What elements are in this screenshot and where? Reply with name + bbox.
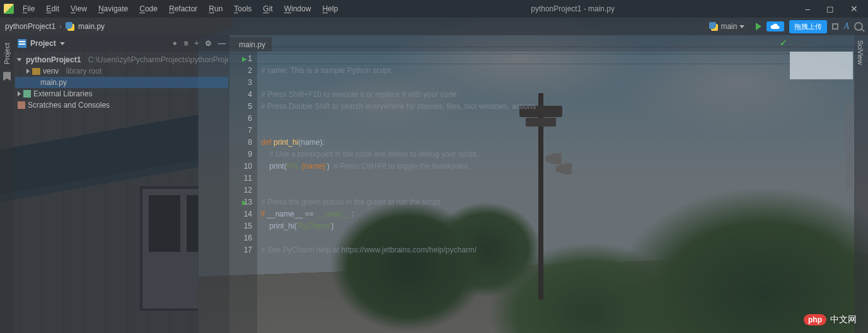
svg-rect-1 bbox=[19, 41, 25, 42]
cloud-sync-button[interactable] bbox=[767, 21, 784, 31]
svg-rect-2 bbox=[19, 43, 25, 45]
menu-edit[interactable]: Edit bbox=[43, 3, 62, 15]
collapse-all-icon[interactable]: ÷ bbox=[194, 39, 199, 48]
code-tok: {name} bbox=[301, 162, 325, 171]
navigation-bar: pythonProject1 › main.py main 拖拽上传 A bbox=[0, 18, 868, 35]
breadcrumb-file[interactable]: main.py bbox=[78, 22, 105, 31]
gutter-line-number[interactable]: 6 bbox=[229, 113, 252, 125]
tree-root-name: pythonProject1 bbox=[26, 55, 81, 64]
chevron-down-icon[interactable] bbox=[60, 42, 65, 45]
project-tool-tab[interactable]: Project bbox=[3, 40, 11, 67]
code-line: # Use a breakpoint in the code line belo… bbox=[261, 150, 478, 159]
gutter-line-number[interactable]: 15 bbox=[229, 220, 252, 232]
expand-arrow-icon[interactable] bbox=[26, 69, 30, 74]
menu-code[interactable]: Code bbox=[137, 3, 160, 15]
menu-help[interactable]: Help bbox=[320, 3, 340, 15]
tree-venv-name: venv bbox=[43, 67, 59, 76]
sciview-tool-tab[interactable]: SciView bbox=[854, 35, 867, 70]
run-config-selector[interactable]: main bbox=[703, 21, 751, 32]
tree-file-label: main.py bbox=[40, 78, 67, 87]
editor-gutter[interactable]: 1234567891011121314151617 bbox=[229, 52, 257, 333]
code-tok: print_hi bbox=[274, 138, 298, 147]
select-opened-file-icon[interactable]: ⌖ bbox=[173, 39, 177, 48]
code-line: # See PyCharm help at https://www.jetbra… bbox=[261, 246, 477, 254]
project-panel-title[interactable]: Project bbox=[30, 39, 56, 48]
project-tool-window: Project ⌖ ≡ ÷ ⚙ — pythonProject1 C:\User… bbox=[14, 35, 229, 333]
settings-gear-icon[interactable]: ⚙ bbox=[205, 39, 212, 48]
project-view-icon bbox=[18, 39, 26, 48]
tree-venv[interactable]: venv library root bbox=[15, 65, 228, 77]
menu-tools[interactable]: Tools bbox=[231, 3, 254, 15]
run-config-label: main bbox=[720, 22, 737, 31]
menu-git[interactable]: Git bbox=[260, 3, 275, 15]
gutter-line-number[interactable]: 7 bbox=[229, 125, 252, 137]
menu-run[interactable]: Run bbox=[206, 3, 225, 15]
title-bar: FileEditViewNavigateCodeRefactorRunTools… bbox=[0, 0, 868, 18]
menu-navigate[interactable]: Navigate bbox=[96, 3, 130, 15]
upload-button[interactable]: 拖拽上传 bbox=[789, 20, 827, 33]
tree-root-path: C:\Users\zyl\PycharmProjects\pythonProje… bbox=[88, 55, 228, 64]
gutter-line-number[interactable]: 17 bbox=[229, 244, 252, 256]
code-tok: __name__ bbox=[267, 210, 304, 218]
main-menu: FileEditViewNavigateCodeRefactorRunTools… bbox=[20, 3, 340, 15]
gutter-line-number[interactable]: 11 bbox=[229, 172, 252, 184]
code-tok: == bbox=[304, 210, 315, 218]
code-tok: f'Hi, bbox=[287, 162, 302, 171]
tree-external-libs[interactable]: External Libraries bbox=[15, 88, 228, 99]
breadcrumb-project[interactable]: pythonProject1 bbox=[5, 22, 55, 31]
menu-refactor[interactable]: Refactor bbox=[166, 3, 200, 15]
stop-button[interactable] bbox=[832, 23, 838, 30]
gutter-line-number[interactable]: 14 bbox=[229, 208, 252, 220]
tree-scratches-label: Scratches and Consoles bbox=[28, 101, 110, 110]
window-title: pythonProject1 - main.py bbox=[347, 4, 799, 13]
code-tok: print( bbox=[261, 162, 287, 171]
gutter-line-number[interactable]: 9 bbox=[229, 149, 252, 161]
code-area[interactable]: # name: This is a sample Python script. … bbox=[261, 53, 854, 268]
project-panel-tools: ⌖ ≡ ÷ ⚙ — bbox=[173, 39, 226, 48]
gutter-line-number[interactable]: 8 bbox=[229, 137, 252, 149]
watermark: php 中文网 bbox=[804, 314, 857, 325]
code-editor[interactable]: 1234567891011121314151617 ▶ ▶ # name: Th… bbox=[229, 52, 854, 333]
editor-scrollbar[interactable] bbox=[845, 102, 853, 190]
watermark-badge: php bbox=[804, 314, 826, 325]
tree-scratches[interactable]: Scratches and Consoles bbox=[15, 99, 228, 111]
gutter-line-number[interactable]: 13 bbox=[229, 196, 252, 208]
search-everywhere-icon[interactable] bbox=[854, 22, 863, 31]
menu-window[interactable]: Window bbox=[282, 3, 314, 15]
gutter-line-number[interactable]: 5 bbox=[229, 101, 252, 113]
library-icon bbox=[23, 90, 31, 98]
gutter-line-number[interactable]: 12 bbox=[229, 184, 252, 196]
code-tok: ) bbox=[331, 222, 333, 230]
tree-venv-note: library root bbox=[66, 67, 102, 76]
run-line-marker-icon[interactable]: ▶ bbox=[242, 53, 247, 65]
expand-all-icon[interactable]: ≡ bbox=[183, 39, 188, 48]
code-line: # Press Shift+F10 to execute it or repla… bbox=[261, 90, 459, 99]
expand-arrow-icon[interactable] bbox=[18, 91, 21, 96]
code-minimap[interactable] bbox=[790, 52, 853, 79]
hide-panel-icon[interactable]: — bbox=[218, 39, 226, 48]
gutter-line-number[interactable]: 3 bbox=[229, 77, 252, 89]
gutter-line-number[interactable]: 10 bbox=[229, 161, 252, 172]
close-button[interactable]: ✕ bbox=[850, 4, 858, 14]
presentation-assistant-icon[interactable]: A bbox=[843, 21, 849, 31]
run-line-marker-icon[interactable]: ▶ bbox=[242, 196, 247, 208]
code-tok: : bbox=[352, 210, 354, 218]
gutter-line-number[interactable]: 4 bbox=[229, 89, 252, 101]
maximize-button[interactable]: ◻ bbox=[826, 4, 834, 14]
gutter-line-number[interactable]: 1 bbox=[229, 53, 252, 65]
inspection-ok-icon[interactable]: ✓ bbox=[780, 38, 787, 48]
expand-arrow-icon[interactable] bbox=[17, 59, 22, 62]
tree-file-main[interactable]: main.py bbox=[15, 77, 228, 88]
menu-view[interactable]: View bbox=[68, 3, 90, 15]
bookmarks-tool-icon[interactable] bbox=[3, 72, 11, 81]
gutter-line-number[interactable]: 2 bbox=[229, 65, 252, 77]
code-tok: (name): bbox=[298, 138, 324, 147]
code-tok: def bbox=[261, 138, 274, 147]
minimize-button[interactable]: – bbox=[805, 4, 810, 14]
gutter-line-number[interactable]: 16 bbox=[229, 232, 252, 244]
editor-tab-main[interactable]: main.py bbox=[229, 37, 272, 52]
tree-root[interactable]: pythonProject1 C:\Users\zyl\PycharmProje… bbox=[15, 54, 228, 65]
menu-file[interactable]: File bbox=[20, 3, 37, 15]
editor-tabs: main.py bbox=[229, 35, 854, 52]
run-button[interactable] bbox=[756, 23, 761, 30]
